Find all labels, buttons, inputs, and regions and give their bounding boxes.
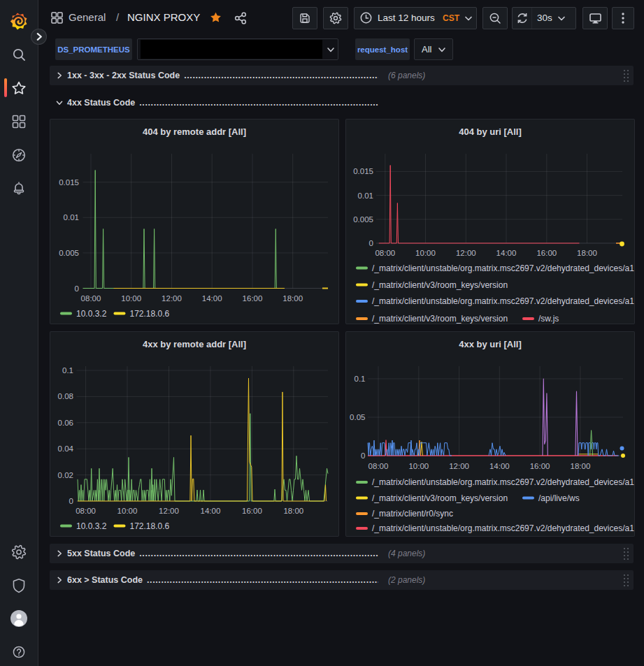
svg-text:/api/live/ws: /api/live/ws xyxy=(538,493,580,503)
svg-text:10.0.3.2: 10.0.3.2 xyxy=(76,309,107,319)
svg-text:4xx by remote addr [All]: 4xx by remote addr [All] xyxy=(143,339,246,349)
svg-text:12:00: 12:00 xyxy=(159,507,179,515)
svg-text:0.015: 0.015 xyxy=(59,178,79,187)
svg-text:0.06: 0.06 xyxy=(58,419,73,427)
svg-text:0.01: 0.01 xyxy=(64,213,79,222)
svg-text:0.005: 0.005 xyxy=(59,249,79,257)
svg-text:10:00: 10:00 xyxy=(408,462,429,470)
svg-text:16:00: 16:00 xyxy=(243,294,263,303)
svg-text:14:00: 14:00 xyxy=(201,507,221,515)
svg-text:404 by remote addr [All]: 404 by remote addr [All] xyxy=(143,126,246,137)
svg-text:18:00: 18:00 xyxy=(282,294,303,303)
svg-text:14:00: 14:00 xyxy=(496,249,517,257)
svg-text:0.1: 0.1 xyxy=(62,366,73,375)
svg-text:10:00: 10:00 xyxy=(121,294,141,303)
svg-text:10.0.3.2: 10.0.3.2 xyxy=(76,521,107,531)
svg-text:08:00: 08:00 xyxy=(368,462,389,470)
svg-text:08:00: 08:00 xyxy=(81,294,101,303)
svg-text:14:00: 14:00 xyxy=(489,462,510,470)
svg-text:10:00: 10:00 xyxy=(117,507,138,515)
svg-text:/_matrix/client/r0/sync: /_matrix/client/r0/sync xyxy=(372,509,453,519)
svg-text:/_matrix/client/unstable/org.m: /_matrix/client/unstable/org.matrix.msc2… xyxy=(372,523,634,533)
svg-text:/_matrix/client/unstable/org.m: /_matrix/client/unstable/org.matrix.msc2… xyxy=(372,477,634,487)
svg-text:12:00: 12:00 xyxy=(162,294,182,303)
svg-text:18:00: 18:00 xyxy=(577,249,597,257)
svg-text:0.02: 0.02 xyxy=(58,471,73,479)
svg-text:14:00: 14:00 xyxy=(202,294,222,303)
svg-text:0.08: 0.08 xyxy=(58,392,73,400)
svg-text:/sw.js: /sw.js xyxy=(538,314,559,324)
svg-text:/_matrix/client/unstable/org.m: /_matrix/client/unstable/org.matrix.msc2… xyxy=(372,296,634,306)
svg-text:4xx by uri [All]: 4xx by uri [All] xyxy=(459,339,522,349)
svg-text:0.015: 0.015 xyxy=(353,167,373,175)
svg-text:0.04: 0.04 xyxy=(58,444,74,453)
svg-text:16:00: 16:00 xyxy=(242,507,262,515)
svg-text:/_matrix/client/v3/room_keys/v: /_matrix/client/v3/room_keys/version xyxy=(372,493,508,503)
svg-text:10:00: 10:00 xyxy=(415,249,436,257)
svg-text:0.05: 0.05 xyxy=(350,413,365,421)
svg-text:0.1: 0.1 xyxy=(355,375,366,383)
svg-text:/_matrix/client/v3/room_keys/v: /_matrix/client/v3/room_keys/version xyxy=(372,314,508,324)
svg-text:172.18.0.6: 172.18.0.6 xyxy=(130,521,170,531)
svg-text:16:00: 16:00 xyxy=(530,462,550,470)
svg-text:16:00: 16:00 xyxy=(536,249,557,257)
svg-text:0.01: 0.01 xyxy=(358,191,373,200)
svg-text:404 by uri [All]: 404 by uri [All] xyxy=(459,126,522,137)
svg-text:18:00: 18:00 xyxy=(283,507,303,515)
svg-text:08:00: 08:00 xyxy=(76,507,96,515)
svg-text:0: 0 xyxy=(75,284,79,293)
svg-text:172.18.0.6: 172.18.0.6 xyxy=(130,309,170,319)
svg-text:0: 0 xyxy=(369,239,373,247)
svg-text:0: 0 xyxy=(69,497,73,505)
svg-text:12:00: 12:00 xyxy=(456,249,476,257)
svg-text:0: 0 xyxy=(361,451,365,460)
svg-text:08:00: 08:00 xyxy=(375,249,395,257)
svg-text:12:00: 12:00 xyxy=(449,462,469,470)
svg-text:/_matrix/client/unstable/org.m: /_matrix/client/unstable/org.matrix.msc2… xyxy=(372,263,634,273)
svg-text:/_matrix/client/v3/room_keys/v: /_matrix/client/v3/room_keys/version xyxy=(372,280,508,290)
svg-text:0.005: 0.005 xyxy=(353,215,373,224)
svg-text:18:00: 18:00 xyxy=(571,462,591,470)
